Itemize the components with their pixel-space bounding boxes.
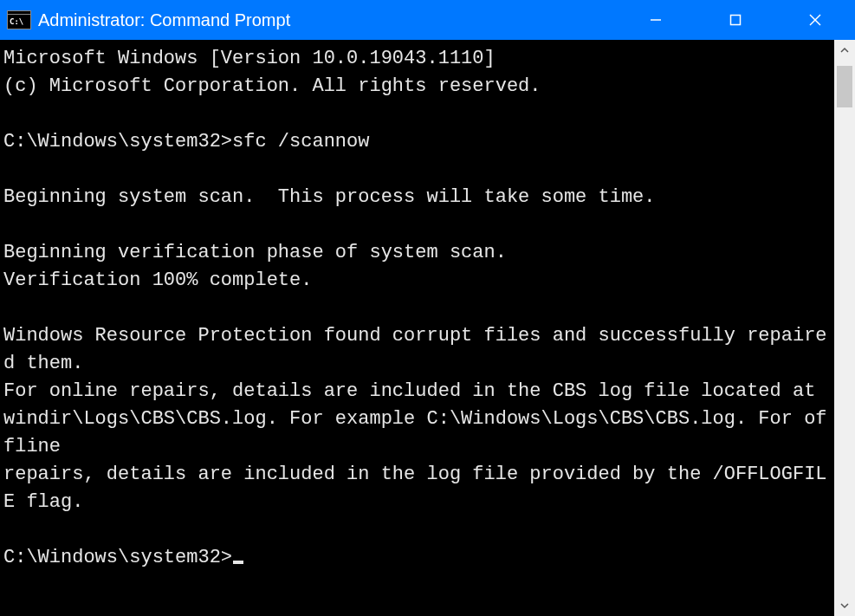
terminal-prompt[interactable]: C:\Windows\system32> (3, 544, 832, 572)
terminal-output[interactable]: Microsoft Windows [Version 10.0.19043.11… (0, 40, 834, 616)
terminal-line (3, 101, 832, 128)
command-prompt-window: C:\ Administrator: Command Prompt Micros… (0, 0, 855, 616)
terminal-line (3, 516, 832, 544)
client-area: Microsoft Windows [Version 10.0.19043.11… (0, 40, 855, 616)
terminal-line: windir\Logs\CBS\CBS.log. For example C:\… (3, 405, 832, 461)
window-title: Administrator: Command Prompt (38, 10, 290, 30)
terminal-line: C:\Windows\system32>sfc /scannow (3, 128, 832, 156)
terminal-line: For online repairs, details are included… (3, 378, 832, 405)
svg-text:C:\: C:\ (10, 17, 23, 26)
terminal-line: Verification 100% complete. (3, 267, 832, 295)
scroll-thumb[interactable] (837, 66, 852, 107)
terminal-line: Beginning verification phase of system s… (3, 239, 832, 267)
terminal-line: Beginning system scan. This process will… (3, 184, 832, 211)
cmd-icon: C:\ (7, 10, 31, 29)
terminal-line: (c) Microsoft Corporation. All rights re… (3, 73, 832, 101)
terminal-line: Microsoft Windows [Version 10.0.19043.11… (3, 45, 832, 73)
terminal-line (3, 211, 832, 239)
titlebar[interactable]: C:\ Administrator: Command Prompt (0, 0, 855, 40)
minimize-button[interactable] (616, 0, 696, 40)
svg-rect-5 (731, 16, 741, 25)
scroll-up-button[interactable] (834, 40, 855, 61)
scroll-down-button[interactable] (834, 595, 855, 616)
scroll-track[interactable] (834, 61, 855, 595)
close-button[interactable] (775, 0, 855, 40)
cursor (233, 561, 243, 564)
terminal-line: repairs, details are included in the log… (3, 461, 832, 516)
terminal-line (3, 295, 832, 322)
terminal-line (3, 156, 832, 184)
terminal-line: Windows Resource Protection found corrup… (3, 322, 832, 378)
maximize-button[interactable] (696, 0, 775, 40)
vertical-scrollbar[interactable] (834, 40, 855, 616)
